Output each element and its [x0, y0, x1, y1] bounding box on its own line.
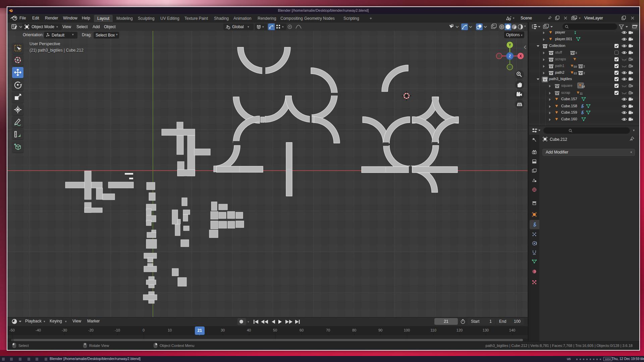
svg-text:Y: Y — [509, 43, 511, 47]
svg-text:X: X — [520, 54, 522, 58]
svg-text:Z: Z — [509, 54, 511, 58]
